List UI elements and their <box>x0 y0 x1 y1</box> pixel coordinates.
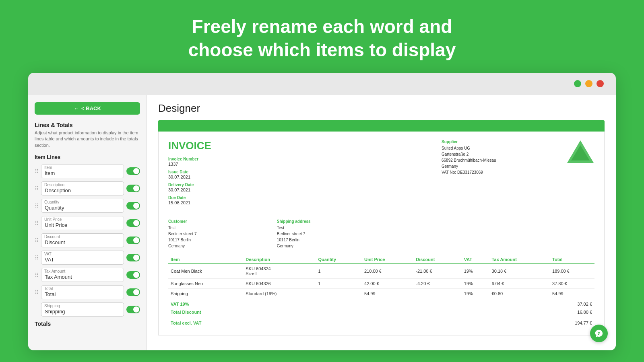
drag-handle-discount[interactable]: ⠿ <box>35 237 39 244</box>
field-label-item: Item <box>44 165 52 170</box>
field-wrap-discount: Discount <box>41 233 124 247</box>
field-input-item[interactable] <box>41 164 124 178</box>
invoice-top: INVOICE Invoice Number 1337 Issue Date 3… <box>168 140 594 208</box>
invoice-due-date-value: 15.08.2021 <box>168 200 442 205</box>
drag-handle-item[interactable]: ⠿ <box>35 168 39 175</box>
field-wrap-total: Total <box>41 285 124 299</box>
cell-discount: -21.00 € <box>413 264 462 279</box>
chat-bubble-button[interactable] <box>590 325 608 342</box>
totals-label-vat: VAT 19% <box>171 302 189 306</box>
drag-handle-tax-amount[interactable]: ⠿ <box>35 272 39 278</box>
cell-total: 54.99 <box>550 289 594 299</box>
cell-quantity: 1 <box>316 264 362 279</box>
cell-item: Shipping <box>168 289 243 299</box>
invoice-header-bar <box>158 120 605 132</box>
cell-unit-price: 42.00 € <box>362 279 413 289</box>
field-wrap-quantity: Quantity <box>41 199 124 213</box>
field-label-unit-price: Unit Price <box>44 217 62 222</box>
col-header-item: Item <box>168 255 243 264</box>
table-row: Shipping Standard (19%) 54.99 19% €0.80 … <box>168 289 594 299</box>
toggle-description[interactable] <box>126 185 140 192</box>
field-label-total: Total <box>44 286 53 291</box>
drag-handle-unit-price[interactable]: ⠿ <box>35 220 39 226</box>
toggle-unit-price[interactable] <box>126 219 140 227</box>
field-row-quantity: ⠿ Quantity <box>35 199 140 213</box>
traffic-light-yellow[interactable] <box>585 80 592 87</box>
invoice-number-label: Invoice Number <box>168 157 442 161</box>
field-label-discount: Discount <box>44 234 60 239</box>
back-button[interactable]: ← < BACK <box>35 102 140 115</box>
customer-shipping-row: Customer Test Berliner street 710117 Ber… <box>168 215 594 249</box>
cell-vat: 19% <box>462 289 489 299</box>
invoice-title: INVOICE <box>168 140 442 152</box>
supplier-label: Supplier <box>442 140 562 144</box>
shipping-name: Test <box>277 225 378 231</box>
totals-amount-vat: 37.02 € <box>577 302 592 306</box>
cell-description: SKU 604326 <box>243 279 316 289</box>
field-row-total: ⠿ Total <box>35 285 140 299</box>
invoice-document: INVOICE Invoice Number 1337 Issue Date 3… <box>158 132 605 335</box>
field-wrap-vat: VAT <box>41 251 124 265</box>
cell-unit-price: 210.00 € <box>362 264 413 279</box>
col-header-vat: VAT <box>462 255 489 264</box>
cell-tax-amount: 30.18 € <box>489 264 550 279</box>
field-input-total[interactable] <box>41 285 124 299</box>
cell-discount <box>413 289 462 299</box>
toggle-total[interactable] <box>126 288 140 296</box>
cell-description: SKU 604324Size L <box>243 264 316 279</box>
cell-item: Coat Men Black <box>168 264 243 279</box>
col-header-unit-price: Unit Price <box>362 255 413 264</box>
col-header-description: Description <box>243 255 316 264</box>
window-inner: ← < BACK Lines & Totals Adjust what prod… <box>28 73 616 350</box>
field-wrap-tax-amount: Tax Amount <box>41 268 124 282</box>
toggle-item[interactable] <box>126 167 140 175</box>
supplier-name: Suited Apps UG <box>442 145 562 151</box>
toggle-vat[interactable] <box>126 254 140 261</box>
toggle-shipping[interactable] <box>126 306 140 313</box>
traffic-light-green[interactable] <box>574 80 581 87</box>
drag-handle-total[interactable]: ⠿ <box>35 289 39 296</box>
drag-handle-quantity[interactable]: ⠿ <box>35 203 39 209</box>
totals-section-label: Totals <box>35 321 140 327</box>
cell-quantity <box>316 289 362 299</box>
cell-vat: 19% <box>462 279 489 289</box>
invoice-number-value: 1337 <box>168 162 442 167</box>
cell-quantity: 1 <box>316 279 362 289</box>
section-title: Lines & Totals <box>35 122 140 128</box>
toggle-quantity[interactable] <box>126 202 140 210</box>
col-header-total: Total <box>550 255 594 264</box>
toggle-tax-amount[interactable] <box>126 271 140 279</box>
col-header-tax-amount: Tax Amount <box>489 255 550 264</box>
field-label-vat: VAT <box>44 252 52 256</box>
back-arrow-icon: ← <box>74 105 79 111</box>
field-label-description: Description <box>44 183 64 187</box>
drag-handle-vat[interactable]: ⠿ <box>35 255 39 261</box>
field-row-vat: ⠿ VAT <box>35 251 140 265</box>
totals-section: VAT 19% 37.02 € Total Discount 16.80 € T… <box>168 300 594 327</box>
field-row-description: ⠿ Description <box>35 181 140 195</box>
drag-handle-description[interactable]: ⠿ <box>35 185 39 192</box>
traffic-light-red[interactable] <box>597 80 604 87</box>
invoice-delivery-date-value: 30.07.2021 <box>168 187 442 192</box>
section-desc: Adjust what product information to displ… <box>35 130 140 148</box>
shipping-block: Shipping address Test Berliner street 71… <box>277 219 378 249</box>
invoice-issue-date-label: Issue Date <box>168 170 442 174</box>
hero-title: Freely rename each word and choose which… <box>0 15 644 62</box>
field-input-vat[interactable] <box>41 251 124 265</box>
totals-label-excl-vat: Total excl. VAT <box>171 321 201 325</box>
totals-row-discount: Total Discount 16.80 € <box>168 308 594 316</box>
supplier-address: Gartenstraße 266892 Bruchmühlbach-Miesau… <box>442 151 562 175</box>
supplier-block: Supplier Suited Apps UG Gartenstraße 266… <box>442 140 562 208</box>
field-wrap-unit-price: Unit Price <box>41 216 124 230</box>
cell-total: 37.80 € <box>550 279 594 289</box>
cell-item: Sunglasses Neo <box>168 279 243 289</box>
invoice-delivery-date-label: Delivery Date <box>168 183 442 187</box>
cell-unit-price: 54.99 <box>362 289 413 299</box>
field-label-tax-amount: Tax Amount <box>44 269 65 274</box>
table-row: Coat Men Black SKU 604324Size L 1 210.00… <box>168 264 594 279</box>
chat-icon <box>594 329 603 338</box>
invoice-issue-date-value: 30.07.2021 <box>168 175 442 179</box>
shipping-address: Berliner street 710117 BerlinGermany <box>277 231 378 249</box>
hero-section: Freely rename each word and choose which… <box>0 0 644 73</box>
toggle-discount[interactable] <box>126 237 140 244</box>
